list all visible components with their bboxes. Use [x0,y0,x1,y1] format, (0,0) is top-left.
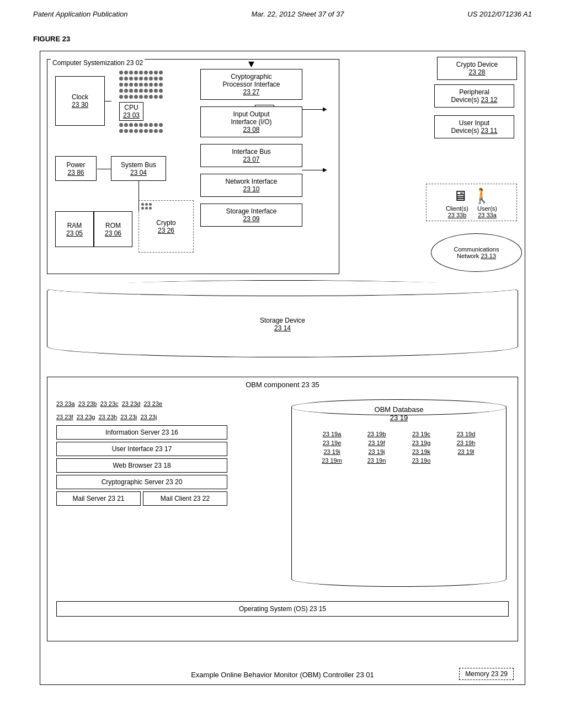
db-cell-19g: 23 19g [401,440,442,446]
storage-if-box: Storage Interface 23 09 [200,204,302,227]
header-right: US 2012/071236 A1 [467,10,532,18]
figure-label: FIGURE 23 [33,35,532,43]
peripheral-box: Peripheral Device(s) 23 12 [434,84,514,108]
crypto26-label: Crypto [156,219,175,227]
sysbus-label: System Bus [121,161,156,169]
obm-db-top [292,400,506,415]
db-cell-19c: 23 19c [401,431,442,437]
db-cell-19a: 23 19a [311,431,353,437]
ram-ref: 23 05 [66,229,83,237]
crypto26-box: Crypto 23 26 [138,200,194,253]
client-labels: Client(s)23 33b User(s)23 33a [429,205,514,218]
cylinder-top [47,281,518,296]
cpu-label: CPU 23 03 [119,102,143,121]
storage-cylinder: Storage Device 23 14 [47,280,518,357]
db-cell-19o: 23 19o [401,457,442,464]
obm-comp-box: OBM component 23 35 23 23a 23 23b 23 23c… [47,377,518,641]
user-interface-box: User Interface 23 17 [56,442,227,456]
user-input-box-wrapper: User Input Device(s) 23 11 [434,115,517,138]
arrow-ifacebus-userinput: ▶ [302,170,324,170]
comms-network-label: Communications [454,246,499,253]
mail-server-box: Mail Server 23 21 [56,491,141,506]
user-input-box: User Input Device(s) 23 11 [434,115,514,138]
crypto-proc-if-box: Cryptographic Processor Interface 23 27 [200,69,302,100]
crypto-device-ref: 23 28 [442,68,512,76]
db-cell-19f: 23 19f [356,440,397,446]
client-dashed-box: 🖥 🚶 Client(s)23 33b User(s)23 33a [426,184,517,221]
crypto26-ref: 23 26 [158,227,174,234]
db-cell-19d: 23 19d [445,431,487,437]
db-cell-19j: 23 19j [356,448,397,455]
iface-bus-box: Interface Bus 23 07 [200,144,302,167]
arrow-io-peripheral: ▶ [302,109,324,110]
crypto-server-box: Cryptographic Server 23 20 [56,475,227,489]
arrow-power-sysbus [97,169,111,169]
right-col: Peripheral Device(s) 23 12 User Input De… [434,84,517,146]
sysbus-ref: 23 04 [130,169,147,176]
monitor-icon: 🖥 [453,189,467,203]
db-cell-19l: 23 19l [445,448,487,455]
crypto26-dots [141,203,152,211]
obm-db-area: OBM Database 23 19 23 19a 23 19b 23 19c … [291,399,507,587]
page-content: FIGURE 23 Crypto Device 23 28 Computer S… [0,24,565,696]
ram-label: RAM [67,222,82,229]
comms-network-box: Communications Network 23.13 [431,233,522,272]
mid-col: ▼ Cryptographic Processor Interface 23 2… [200,59,302,233]
sysbus-box: System Bus 23 04 [111,156,166,181]
os-box: Operating System (OS) 23 15 [56,601,509,617]
rom-label: ROM [105,222,121,229]
web-browser-box: Web Browser 23 18 [56,458,227,473]
comp-sys-label: Computer Systemization 23 02 [51,59,145,67]
info-server-box: Information Server 23 16 [56,425,227,440]
user-label: User(s)23 33a [477,205,497,218]
net-if-box: Network Interface 23 10 [200,174,302,197]
db-cell-19e: 23 19e [311,440,353,446]
sw-stack: 23 23a 23 23b 23 23c 23 23d 23 23e 23 23… [56,399,227,508]
client-icons-row: 🖥 🚶 [429,189,514,203]
sw-codes-row2: 23 23f 23 23g 23 23h 23 23i 23 23j [56,413,227,422]
db-cell-19m: 23 19m [311,457,353,464]
arrow-clock-sysbus [105,101,111,101]
diagram-outer: Crypto Device 23 28 Computer Systemizati… [40,51,525,685]
db-cell-19b: 23 19b [356,431,397,437]
crypto-device-label: Crypto Device [442,61,512,68]
db-cell-19n: 23 19n [356,457,397,464]
obm-db-grid: 23 19a 23 19b 23 19c 23 19d 23 19e 23 19… [306,431,492,464]
client-label: Client(s)23 33b [446,205,468,218]
crypto-device-box: Crypto Device 23 28 [437,57,517,80]
header-left: Patent Application Publication [33,10,128,18]
person-icon: 🚶 [473,189,491,203]
page-header: Patent Application Publication Mar. 22, … [0,0,565,24]
clock-box: Clock 23 30 [55,76,105,126]
power-box: Power 23 86 [55,156,97,181]
io-if-box: Input Output Interface (I/O) 23 08 [200,106,302,137]
arrow-down-1: ▼ [200,59,302,69]
power-ref: 23 86 [67,169,84,176]
power-label: Power [66,161,85,169]
storage-area: Storage Device 23 14 [47,280,518,368]
comms-network-ref: Network 23.13 [457,253,496,259]
obm-ctrl-label: Example Online Behavior Monitor (OBM) Co… [40,671,525,679]
clock-label: Clock [72,93,88,101]
db-cell-19i: 23 19i [311,448,353,455]
client-area: 🖥 🚶 Client(s)23 33b User(s)23 33a [426,184,517,221]
header-middle: Mar. 22, 2012 Sheet 37 of 37 [251,10,344,18]
arrow-sysbus-down [138,181,139,211]
ram-box: RAM 23 05 [55,211,94,247]
sw-codes-row1: 23 23a 23 23b 23 23c 23 23d 23 23e [56,399,227,409]
mail-row: Mail Server 23 21 Mail Client 23 22 [56,491,227,506]
obm-comp-label: OBM component 23 35 [47,377,518,389]
rom-ref: 23 06 [105,229,121,237]
storage-label: Storage Device 23 14 [260,317,305,332]
db-cell-19k: 23 19k [401,448,442,455]
mail-client-box: Mail Client 23 22 [143,491,227,506]
db-cell-19h: 23 19h [445,440,487,446]
rom-box: ROM 23 06 [94,211,132,247]
clock-ref: 23 30 [72,101,88,109]
obm-db-cylinder: OBM Database 23 19 23 19a 23 19b 23 19c … [291,399,507,587]
